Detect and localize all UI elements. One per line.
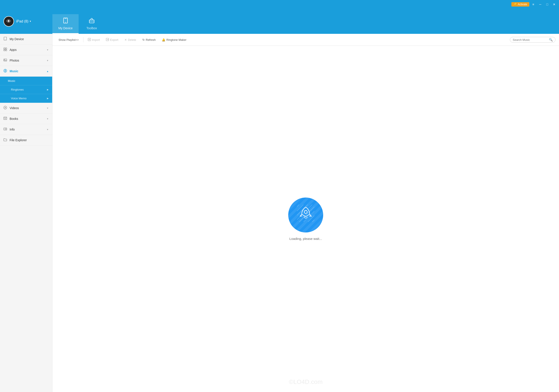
my-device-tab-icon — [63, 18, 68, 25]
sidebar-photos-label: Photos — [9, 59, 19, 62]
svg-marker-18 — [5, 107, 6, 108]
logo-area: 👁 iPad (8) ▼ — [0, 9, 52, 34]
export-label: Export — [110, 38, 118, 41]
title-bar: 🔑 Activate ≡ ─ □ ✕ — [0, 0, 280, 9]
sidebar-item-apps[interactable]: Apps ▼ — [0, 45, 52, 55]
sidebar-apps-label: Apps — [9, 48, 17, 52]
sidebar-item-videos[interactable]: Videos ▼ — [0, 103, 52, 113]
delete-button[interactable]: ✕ Delete — [122, 37, 139, 43]
content-area: Loading, please wait... — [52, 46, 280, 196]
refresh-label: Refresh — [146, 38, 156, 41]
books-chevron-icon: ▼ — [47, 118, 49, 120]
toolbox-tab-label: Toolbox — [86, 27, 97, 30]
music-chevron-icon: ▲ — [47, 70, 49, 73]
svg-point-14 — [5, 70, 6, 71]
sidebar-item-file-explorer[interactable]: File Explorer — [0, 135, 52, 146]
delete-icon: ✕ — [124, 38, 127, 41]
nav-tabs: My Device Toolbox — [52, 9, 105, 34]
show-playlist-label: Show Playlist>> — [58, 38, 79, 41]
import-icon — [88, 38, 91, 42]
toolbar-separator-1 — [83, 37, 84, 42]
sidebar-music-label: Music — [9, 69, 18, 73]
sidebar-item-music[interactable]: Music ▲ — [0, 66, 52, 77]
sidebar-voice-memo[interactable]: Voice Memo ▶ — [0, 94, 52, 103]
export-icon — [106, 38, 109, 42]
device-name-label: iPad (8) — [16, 19, 28, 23]
books-icon — [3, 117, 7, 121]
ringtone-maker-button[interactable]: 🔔 Ringtone Maker — [159, 37, 189, 43]
sidebar-item-photos[interactable]: Photos ▼ — [0, 55, 52, 66]
file-explorer-icon — [3, 138, 7, 142]
apps-icon — [3, 48, 7, 52]
ringtones-chevron-icon: ▶ — [47, 88, 49, 91]
sidebar-item-books[interactable]: Books ▼ — [0, 113, 52, 124]
sidebar-file-explorer-label: File Explorer — [9, 138, 27, 142]
header: 👁 iPad (8) ▼ My Device — [0, 9, 280, 34]
voice-memo-label: Voice Memo — [11, 97, 27, 100]
refresh-button[interactable]: ↻ Refresh — [140, 37, 158, 43]
svg-rect-8 — [5, 48, 7, 49]
toolbox-tab-icon — [89, 18, 94, 25]
svg-point-24 — [4, 129, 5, 129]
svg-point-1 — [65, 22, 66, 22]
svg-point-12 — [4, 59, 5, 60]
toolbar: Show Playlist>> Import Export — [52, 34, 280, 46]
info-chevron-icon: ▼ — [47, 128, 49, 131]
import-button[interactable]: Import — [85, 37, 103, 43]
tab-my-device[interactable]: My Device — [52, 14, 79, 34]
ringtones-label: Ringtones — [11, 88, 24, 91]
sidebar-videos-label: Videos — [9, 106, 19, 110]
device-selector[interactable]: iPad (8) ▼ — [16, 19, 31, 23]
delete-label: Delete — [128, 38, 136, 41]
svg-rect-7 — [4, 48, 5, 49]
sidebar-music-sub[interactable]: Music — [0, 77, 52, 85]
svg-rect-10 — [5, 50, 7, 51]
my-device-tab-label: My Device — [58, 27, 73, 30]
sidebar-info-label: Info — [9, 128, 15, 131]
my-device-icon — [3, 37, 7, 41]
photos-chevron-icon: ▼ — [47, 59, 49, 62]
music-icon — [3, 69, 7, 73]
videos-icon — [3, 106, 7, 110]
import-label: Import — [92, 38, 100, 41]
info-icon — [3, 127, 7, 132]
tab-toolbox[interactable]: Toolbox — [79, 14, 105, 34]
music-sub-label: Music — [8, 79, 15, 82]
music-submenu: Music Ringtones ▶ Voice Memo ▶ — [0, 77, 52, 103]
svg-rect-9 — [4, 50, 5, 51]
device-caret-icon: ▼ — [29, 20, 31, 22]
sidebar-ringtones[interactable]: Ringtones ▶ — [0, 85, 52, 94]
voice-memo-chevron-icon: ▶ — [47, 97, 49, 100]
svg-point-6 — [5, 39, 5, 40]
logo-icon: 👁 — [6, 18, 11, 24]
videos-chevron-icon: ▼ — [47, 107, 49, 109]
sidebar: My Device Apps ▼ Photos ▼ — [0, 34, 52, 196]
export-button[interactable]: Export — [103, 37, 121, 43]
app-logo: 👁 — [3, 16, 14, 27]
photos-icon — [3, 58, 7, 63]
sidebar-item-my-device[interactable]: My Device — [0, 34, 52, 45]
apps-chevron-icon: ▼ — [47, 49, 49, 51]
refresh-icon: ↻ — [142, 38, 145, 41]
svg-rect-3 — [89, 20, 94, 23]
sidebar-my-device-label: My Device — [9, 37, 24, 41]
ringtone-maker-label: Ringtone Maker — [166, 38, 186, 41]
sidebar-books-label: Books — [9, 117, 18, 120]
bell-icon: 🔔 — [162, 38, 165, 41]
show-playlist-button[interactable]: Show Playlist>> — [56, 37, 82, 43]
main-area: Show Playlist>> Import Export — [52, 34, 280, 196]
sidebar-item-info[interactable]: Info ▼ — [0, 124, 52, 135]
